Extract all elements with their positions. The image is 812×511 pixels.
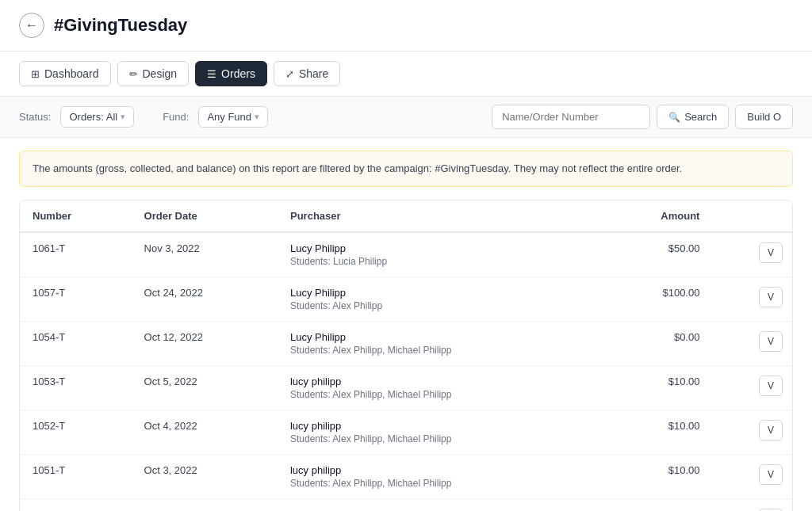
notice-text: The amounts (gross, collected, and balan…	[33, 162, 682, 174]
table-header: Number Order Date Purchaser Amount	[20, 200, 792, 232]
col-actions	[712, 200, 792, 232]
page-title: #GivingTuesday	[54, 15, 187, 36]
search-icon: 🔍	[668, 112, 680, 123]
view-button[interactable]: V	[759, 376, 783, 396]
cell-amount: $0.00	[601, 321, 713, 365]
build-btn-label: Build O	[747, 111, 781, 123]
cell-purchaser: Lucy Philipp Students: Alex Philipp	[278, 276, 601, 321]
table-row: 1054-T Oct 12, 2022 Lucy Philipp Student…	[20, 321, 792, 365]
cell-order-date: Oct 5, 2022	[132, 365, 278, 410]
view-button[interactable]: V	[759, 420, 783, 440]
view-button[interactable]: V	[759, 331, 783, 352]
cell-actions: V	[712, 365, 792, 410]
tab-share-label: Share	[299, 67, 328, 80]
view-button[interactable]: V	[759, 464, 783, 485]
table-row: 1053-T Oct 5, 2022 lucy philipp Students…	[20, 365, 792, 410]
purchaser-name: Lucy Philipp	[290, 242, 588, 254]
cell-order-date: Oct 3, 2022	[132, 454, 278, 498]
purchaser-students: Students: Alex Philipp, Michael Philipp	[290, 433, 588, 444]
cell-amount: $10.00	[601, 365, 713, 410]
fund-label: Fund:	[163, 111, 189, 123]
tab-design[interactable]: ✏ Design	[117, 61, 190, 86]
purchaser-name: lucy philipp	[290, 376, 588, 387]
orders-table: Number Order Date Purchaser Amount 1061-…	[20, 200, 792, 512]
tab-orders[interactable]: ☰ Orders	[195, 61, 267, 86]
col-amount: Amount	[601, 200, 713, 232]
purchaser-students: Students: Alex Philipp	[290, 300, 588, 311]
cell-number: 1054-T	[20, 321, 132, 365]
cell-amount: $10.00	[601, 454, 713, 498]
purchaser-name: Lucy Philipp	[290, 287, 588, 299]
cell-actions: V	[712, 276, 792, 321]
cell-amount: $10.00	[601, 410, 713, 454]
purchaser-students: Students: Alex Philipp, Michael Philipp	[290, 478, 588, 489]
cell-number: 1057-T	[20, 276, 132, 321]
col-purchaser: Purchaser	[278, 200, 601, 232]
purchaser-name: lucy philipp	[290, 420, 588, 432]
table-row: 1051-T Oct 3, 2022 lucy philipp Students…	[20, 454, 792, 498]
design-icon: ✏	[129, 68, 138, 80]
cell-actions: V	[712, 232, 792, 277]
cell-actions: V	[712, 454, 792, 498]
cell-amount: $100.00	[601, 276, 713, 321]
cell-amount: $50.00	[601, 232, 713, 277]
back-icon: ←	[25, 18, 38, 32]
toolbar: ⊞ Dashboard ✏ Design ☰ Orders ⤢ Share	[0, 51, 812, 97]
col-order-date: Order Date	[132, 200, 278, 232]
tab-design-label: Design	[143, 67, 178, 80]
cell-actions: V	[712, 410, 792, 454]
tab-dashboard-label: Dashboard	[44, 67, 99, 80]
cell-order-date: Oct 24, 2022	[132, 276, 278, 321]
cell-order-date: Oct 4, 2022	[132, 410, 278, 454]
tab-dashboard[interactable]: ⊞ Dashboard	[19, 61, 111, 86]
cell-order-date: Oct 12, 2022	[132, 321, 278, 365]
cell-purchaser: lucy philipp Students: Alex Philipp, Mic…	[278, 410, 601, 454]
cell-number: 1061-T	[20, 232, 132, 277]
tab-share[interactable]: ⤢ Share	[274, 61, 340, 86]
cell-order-date: Oct 3, 2022	[132, 498, 278, 511]
status-label: Status:	[19, 111, 51, 123]
search-input[interactable]	[492, 105, 650, 129]
search-button[interactable]: 🔍 Search	[657, 105, 729, 129]
notice-banner: The amounts (gross, collected, and balan…	[19, 151, 793, 187]
table-row: 1052-T Oct 4, 2022 lucy philipp Students…	[20, 410, 792, 454]
page-header: ← #GivingTuesday	[0, 0, 812, 51]
share-icon: ⤢	[285, 68, 294, 80]
cell-purchaser: lucy philipp Students: Alex Philipp, Mic…	[278, 498, 601, 511]
purchaser-students: Students: Lucia Philipp	[290, 256, 588, 267]
fund-filter[interactable]: Any Fund ▾	[198, 106, 268, 128]
build-button[interactable]: Build O	[735, 105, 793, 129]
search-btn-label: Search	[684, 111, 717, 123]
filters-bar: Status: Orders: All ▾ Fund: Any Fund ▾ 🔍…	[0, 97, 812, 138]
status-filter[interactable]: Orders: All ▾	[60, 106, 134, 128]
cell-number: 1050-T	[20, 498, 132, 511]
orders-table-container: Number Order Date Purchaser Amount 1061-…	[19, 200, 793, 512]
cell-purchaser: lucy philipp Students: Alex Philipp, Mic…	[278, 365, 601, 410]
cell-purchaser: lucy philipp Students: Alex Philipp, Mic…	[278, 454, 601, 498]
cell-amount: $10.00	[601, 498, 713, 511]
purchaser-students: Students: Alex Philipp, Michael Philipp	[290, 345, 588, 356]
cell-actions: V	[712, 498, 792, 511]
cell-purchaser: Lucy Philipp Students: Alex Philipp, Mic…	[278, 321, 601, 365]
table-row: 1057-T Oct 24, 2022 Lucy Philipp Student…	[20, 276, 792, 321]
back-button[interactable]: ←	[19, 13, 44, 38]
status-value: Orders: All	[69, 111, 117, 123]
status-chevron-icon: ▾	[121, 112, 125, 122]
tab-orders-label: Orders	[221, 67, 255, 80]
purchaser-students: Students: Alex Philipp, Michael Philipp	[290, 389, 588, 400]
dashboard-icon: ⊞	[31, 68, 40, 80]
table-row: 1050-T Oct 3, 2022 lucy philipp Students…	[20, 498, 792, 511]
cell-number: 1051-T	[20, 454, 132, 498]
table-row: 1061-T Nov 3, 2022 Lucy Philipp Students…	[20, 232, 792, 277]
cell-actions: V	[712, 321, 792, 365]
cell-purchaser: Lucy Philipp Students: Lucia Philipp	[278, 232, 601, 277]
cell-order-date: Nov 3, 2022	[132, 232, 278, 277]
purchaser-name: Lucy Philipp	[290, 331, 588, 343]
purchaser-name: lucy philipp	[290, 509, 588, 512]
search-area: 🔍 Search Build O	[492, 105, 793, 129]
view-button[interactable]: V	[759, 287, 783, 307]
purchaser-name: lucy philipp	[290, 464, 588, 476]
view-button[interactable]: V	[759, 509, 783, 512]
cell-number: 1052-T	[20, 410, 132, 454]
view-button[interactable]: V	[759, 242, 783, 263]
